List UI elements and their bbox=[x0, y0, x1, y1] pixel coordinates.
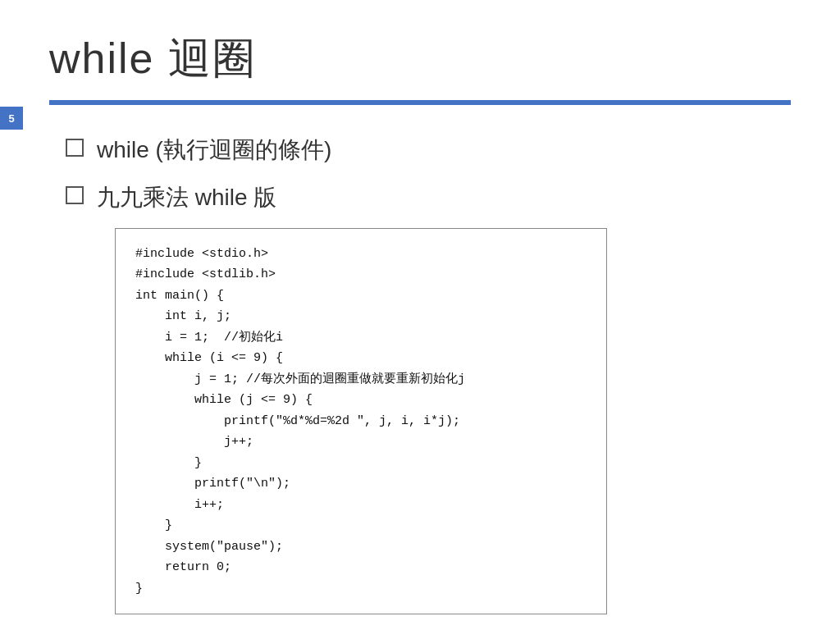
slide-number: 5 bbox=[0, 107, 23, 130]
title-chinese: 迴圈 bbox=[168, 34, 257, 82]
bullet-text-1: while (執行迴圈的條件) bbox=[97, 134, 331, 166]
bullet-checkbox-1 bbox=[66, 139, 84, 157]
slide-title: while 迴圈 bbox=[49, 33, 791, 84]
title-while: while bbox=[49, 34, 155, 82]
bullet-checkbox-2 bbox=[66, 186, 84, 204]
bullet-text-2: 九九乘法 while 版 bbox=[97, 181, 276, 213]
bullet-item-2: 九九乘法 while 版 bbox=[66, 181, 791, 213]
content-area: while (執行迴圈的條件) 九九乘法 while 版 #include <s… bbox=[49, 134, 791, 614]
bullet-item-1: while (執行迴圈的條件) bbox=[66, 134, 791, 166]
slide-container: while 迴圈 5 while (執行迴圈的條件) 九九乘法 while 版 … bbox=[0, 0, 840, 630]
code-block: #include <stdio.h> #include <stdlib.h> i… bbox=[115, 228, 607, 615]
code-block-wrapper: #include <stdio.h> #include <stdlib.h> i… bbox=[115, 228, 791, 615]
divider-bar bbox=[49, 100, 791, 105]
